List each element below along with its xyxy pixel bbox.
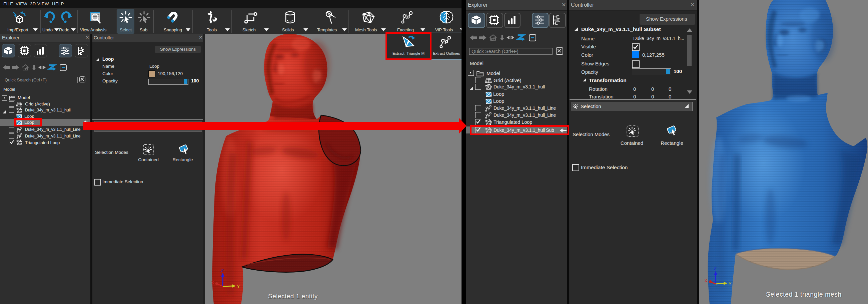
svg-text:Z: Z	[221, 268, 224, 273]
svg-text:Y: Y	[728, 281, 732, 286]
svg-text:X: X	[211, 280, 214, 285]
svg-text:Y: Y	[237, 283, 240, 289]
svg-text:X: X	[704, 278, 708, 283]
svg-text:Z: Z	[714, 266, 717, 271]
